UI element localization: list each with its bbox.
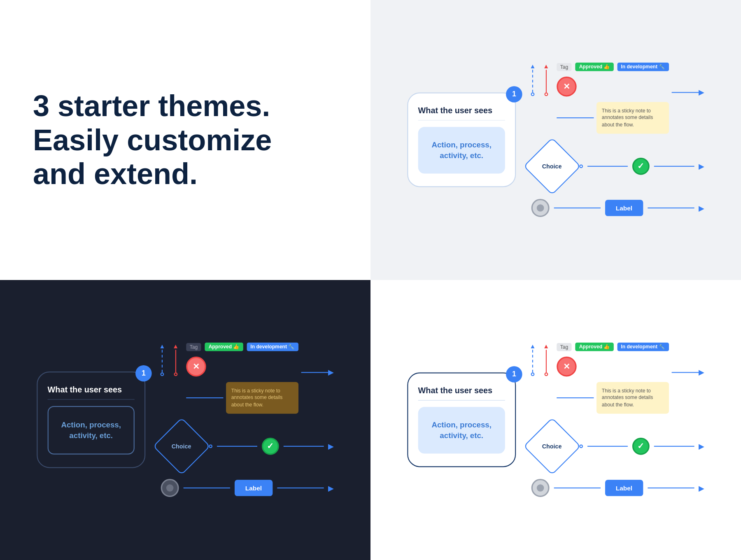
label-row-outline: Label ▶ — [531, 479, 704, 497]
phone-card-text-light: Action, process, activity, etc. — [426, 140, 497, 161]
tag-approved-outline: Approved 👍 — [576, 343, 614, 351]
main-headline: 3 starter themes. Easily customize and e… — [33, 89, 272, 191]
choice-row-dark: Choice ✓ ▶ — [159, 424, 333, 469]
vert-arrow-blue-outline: ▲ — [529, 343, 536, 376]
tag-plain-light: Tag — [557, 63, 572, 71]
phone-title-dark: What the user sees — [48, 385, 135, 400]
choice-row-outline: Choice ✓ ▶ — [529, 424, 704, 469]
label-row-dark: Label ▶ — [161, 479, 334, 497]
vert-arrow-blue-dark: ▲ — [159, 343, 165, 376]
flow-light: ▲ ▲ Tag Approv — [529, 63, 704, 217]
diagram-light: What the user sees Action, process, acti… — [407, 63, 704, 217]
tag-approved-light: Approved 👍 — [576, 63, 614, 71]
phone-badge-dark: 1 — [135, 365, 152, 382]
label-node-dark: Label — [235, 480, 273, 497]
tags-row-outline: Tag Approved 👍 In development 🔧 — [557, 343, 669, 351]
label-node-light: Label — [605, 200, 643, 217]
vert-arrow-red-dark: ▲ — [172, 343, 179, 376]
phone-mockup-light: What the user sees Action, process, acti… — [407, 93, 516, 188]
tag-plain-outline: Tag — [557, 343, 572, 351]
node-red-circle-dark: ✕ — [186, 357, 206, 376]
sticky-note-dark: This is a sticky note to annotates some … — [226, 382, 298, 414]
phone-badge-outline: 1 — [506, 366, 522, 383]
q2-light-diagram: What the user sees Action, process, acti… — [370, 0, 741, 280]
check-node-dark: ✓ — [262, 438, 279, 455]
vert-arrow-red: ▲ — [543, 63, 549, 96]
phone-outline: What the user sees Action, process, acti… — [407, 373, 516, 468]
diagram-dark: What the user sees Action, process, acti… — [37, 343, 333, 497]
gray-circle-light — [531, 199, 550, 217]
diamond-node-light: Choice — [529, 144, 575, 189]
tag-plain-dark: Tag — [186, 343, 201, 351]
phone-title-light: What the user sees — [418, 106, 505, 121]
phone-card-outline: Action, process, activity, etc. — [418, 407, 505, 454]
flow-outline: ▲ ▲ Tag Approved 👍 In development 🔧 — [529, 343, 704, 497]
tag-indev-dark: In development 🔧 — [247, 343, 298, 351]
tag-approved-dark: Approved 👍 — [205, 343, 243, 351]
phone-light: What the user sees Action, process, acti… — [407, 93, 516, 188]
tag-indev-light: In development 🔧 — [618, 63, 669, 71]
q1-intro-section: 3 starter themes. Easily customize and e… — [0, 0, 370, 280]
choice-row-light: Choice ✓ ▶ — [529, 144, 704, 189]
flow-dark: ▲ ▲ Tag Approved 👍 In development 🔧 — [159, 343, 333, 497]
check-node-light: ✓ — [632, 158, 650, 175]
phone-card-text-outline: Action, process, activity, etc. — [426, 420, 497, 441]
phone-mockup-dark: What the user sees Action, process, acti… — [37, 372, 145, 469]
node-red-circle-light: ✕ — [557, 77, 576, 96]
phone-mockup-outline: What the user sees Action, process, acti… — [407, 373, 516, 468]
phone-card-text-dark: Action, process, activity, etc. — [57, 420, 126, 441]
node-red-circle-outline: ✕ — [557, 357, 576, 376]
vert-arrow-red-outline: ▲ — [543, 343, 549, 376]
diagram-outline: What the user sees Action, process, acti… — [407, 343, 704, 497]
sticky-note-light: This is a sticky note to annotates some … — [597, 102, 669, 134]
tags-row-light: Tag Approved 👍 In development 🔧 — [557, 63, 669, 71]
tags-row-dark: Tag Approved 👍 In development 🔧 — [186, 343, 298, 351]
sticky-note-outline: This is a sticky note to annotates some … — [597, 382, 669, 414]
phone-badge-light: 1 — [506, 86, 522, 103]
vert-arrow-blue: ▲ — [529, 63, 536, 96]
tag-indev-outline: In development 🔧 — [618, 343, 669, 351]
check-node-outline: ✓ — [632, 438, 650, 455]
gray-circle-outline — [531, 479, 550, 497]
gray-circle-dark — [161, 479, 179, 497]
phone-card-light: Action, process, activity, etc. — [418, 127, 505, 174]
phone-title-outline: What the user sees — [418, 386, 505, 401]
phone-dark: What the user sees Action, process, acti… — [37, 372, 145, 469]
diamond-node-outline: Choice — [529, 424, 575, 469]
label-node-outline: Label — [605, 480, 643, 497]
phone-card-dark: Action, process, activity, etc. — [48, 406, 135, 455]
diamond-node-dark: Choice — [159, 424, 204, 469]
q4-outline-diagram: What the user sees Action, process, acti… — [370, 280, 741, 560]
q3-dark-diagram: What the user sees Action, process, acti… — [0, 280, 370, 560]
label-row-light: Label ▶ — [531, 199, 704, 217]
